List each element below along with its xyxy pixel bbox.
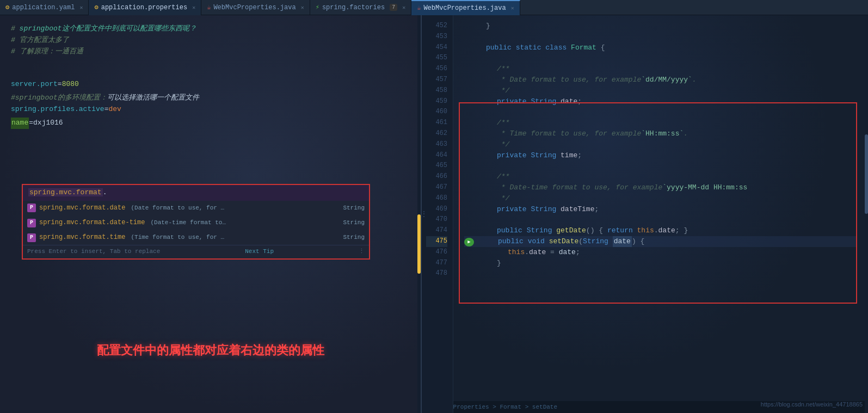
footer-hint: Press Enter to insert, Tab to replace	[27, 247, 160, 257]
close-icon[interactable]: ✕	[79, 4, 83, 11]
panel-divider[interactable]: ⋮	[422, 15, 426, 413]
code-line-476: this.date = date;	[464, 247, 857, 258]
ln-467: 467	[426, 182, 447, 193]
code-line-477: }	[464, 258, 857, 269]
spring-profiles-line: spring.profiles.active=dev	[11, 104, 410, 115]
code-line-461: /**	[464, 118, 857, 128]
autocomplete-popup: spring.mvc.format. P spring.mvc.format.d…	[22, 184, 370, 260]
tab-application-yaml[interactable]: ⚙ application.yaml ✕	[0, 0, 89, 15]
yaml-icon: ⚙	[5, 3, 9, 11]
ln-457: 457	[426, 75, 447, 85]
code-line-475: ▶public void setDate(String date) {	[464, 236, 857, 247]
code-line-462: * Time format to use, for example `HH:mm…	[464, 128, 857, 139]
code-line-467: * Date-time format to use, for example `…	[464, 182, 857, 193]
autocomplete-header: spring.mvc.format.	[23, 185, 369, 201]
more-dots[interactable]: ⋮	[359, 247, 365, 257]
code-line-458: */	[464, 85, 857, 96]
code-line-464: private String time;	[464, 150, 857, 161]
run-icon: ▶	[464, 238, 474, 246]
ac-type-time: String	[337, 233, 365, 243]
left-scrollbar-thumb[interactable]	[417, 214, 421, 274]
java-icon-2: ☕	[417, 4, 421, 12]
dot-separator: .	[103, 188, 107, 196]
code-line-454: public static class Format {	[464, 42, 857, 53]
tab-badge: 7	[390, 4, 397, 11]
code-line-478	[464, 268, 857, 279]
ac-icon-2: P	[27, 219, 36, 227]
ln-476: 476	[426, 247, 447, 258]
ac-desc-date: (Date format to use, for …	[131, 204, 224, 213]
ln-474: 474	[426, 225, 447, 236]
ln-466: 466	[426, 171, 447, 182]
close-icon-4[interactable]: ✕	[402, 4, 405, 11]
code-line-456: /**	[464, 64, 857, 75]
next-tip-link[interactable]: Next Tip	[245, 247, 274, 257]
watermark: https://blog.csdn.net/weixin_44718865	[761, 401, 863, 408]
right-scrollbar-thumb[interactable]	[865, 134, 868, 214]
ln-459: 459	[426, 96, 447, 107]
left-code-area: # springboot这个配置文件中到底可以配置哪些东西呢？ # 官方配置太多…	[0, 15, 421, 137]
ac-desc-datetime: (Date-time format to…	[150, 218, 226, 228]
ac-desc-time: (Time format to use, for …	[131, 233, 224, 243]
ac-key-datetime: spring.mvc.format.date-time	[39, 218, 145, 228]
multienv-comment: #springboot的多环境配置：可以选择激活哪一个配置文件	[11, 93, 410, 104]
code-line-474: public String getDate() { return this.da…	[464, 225, 857, 236]
ln-468: 468	[426, 193, 447, 204]
ln-477: 477	[426, 258, 447, 269]
close-icon-3[interactable]: ✕	[301, 4, 304, 11]
ln-478: 478	[426, 268, 447, 279]
code-line-453	[464, 32, 857, 42]
typed-text: spring.mvc.format	[28, 188, 103, 196]
close-icon-5[interactable]: ✕	[511, 5, 514, 11]
ln-454: 454	[426, 42, 447, 53]
ln-460: 460	[426, 107, 447, 118]
comment-2: # 官方配置太多了	[11, 35, 410, 46]
ln-465: 465	[426, 161, 447, 171]
right-scrollbar[interactable]	[865, 15, 868, 413]
ln-463: 463	[426, 139, 447, 150]
name-line: name=dxj1016	[11, 118, 410, 129]
code-line-469: private String dateTime;	[464, 204, 857, 215]
close-icon-2[interactable]: ✕	[192, 4, 195, 11]
ln-461: 461	[426, 118, 447, 128]
ac-item-date[interactable]: P spring.mvc.format.date (Date format to…	[23, 201, 369, 215]
code-line-468: */	[464, 193, 857, 204]
line-numbers: 452 453 454 455 456 457 458 459 460 461 …	[426, 15, 453, 413]
java-icon-1: ☕	[207, 3, 211, 11]
code-line-459: private String date;	[464, 96, 857, 107]
code-line-470	[464, 214, 857, 225]
ln-475: 475	[426, 236, 447, 247]
tab-bar: ⚙ application.yaml ✕ ⚙ application.prope…	[0, 0, 868, 15]
right-panel: 452 453 454 455 456 457 458 459 460 461 …	[426, 15, 868, 413]
ac-icon-3: P	[27, 233, 36, 242]
tab-webmvcproperties-2[interactable]: ☕ WebMvcProperties.java ✕	[411, 0, 520, 15]
code-line-463: */	[464, 139, 857, 150]
ac-item-datetime[interactable]: P spring.mvc.format.date-time (Date-time…	[23, 215, 369, 230]
code-content: } public static class Format { /** * Dat…	[453, 15, 868, 413]
tab-application-properties[interactable]: ⚙ application.properties ✕	[89, 0, 201, 15]
ac-type-date: String	[337, 204, 365, 213]
code-line-466: /**	[464, 171, 857, 182]
comment-3: # 了解原理：一通百通	[11, 46, 410, 58]
ac-type-datetime: String	[337, 218, 365, 228]
ln-452: 452	[426, 21, 447, 32]
code-line-455	[464, 53, 857, 64]
tab-spring-factories[interactable]: ⚡ spring.factories 7 ✕	[310, 0, 412, 15]
ac-item-time[interactable]: P spring.mvc.format.time (Time format to…	[23, 230, 369, 245]
ac-key-time: spring.mvc.format.time	[39, 232, 125, 243]
ln-464: 464	[426, 150, 447, 161]
ln-456: 456	[426, 64, 447, 75]
ln-470: 470	[426, 214, 447, 225]
properties-icon: ⚙	[94, 3, 98, 11]
main-container: # springboot这个配置文件中到底可以配置哪些东西呢？ # 官方配置太多…	[0, 15, 868, 413]
ln-462: 462	[426, 128, 447, 139]
server-port-line: server.port=8080	[11, 79, 410, 90]
code-line-457: * Date format to use, for example `dd/MM…	[464, 75, 857, 85]
code-line-460	[464, 107, 857, 118]
tab-webmvcproperties-1[interactable]: ☕ WebMvcProperties.java ✕	[201, 0, 310, 15]
autocomplete-footer: Press Enter to insert, Tab to replace Ne…	[23, 245, 369, 258]
right-code-area: 452 453 454 455 456 457 458 459 460 461 …	[426, 15, 868, 413]
ac-icon-1: P	[27, 204, 36, 212]
ac-key-date: spring.mvc.format.date	[39, 203, 125, 213]
comment-1: # springboot这个配置文件中到底可以配置哪些东西呢？	[11, 23, 410, 35]
